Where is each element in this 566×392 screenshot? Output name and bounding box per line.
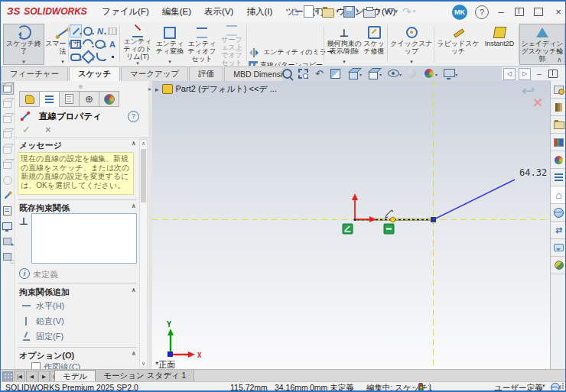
- tab-markup[interactable]: マークアップ: [121, 66, 188, 81]
- display-style-icon[interactable]: [365, 67, 382, 79]
- scroll-thumb[interactable]: [141, 149, 146, 202]
- circle-tool[interactable]: [82, 24, 94, 37]
- mirror-entities-button[interactable]: エンティティのミラー: [249, 46, 322, 59]
- pm-ok-button[interactable]: ✓: [22, 124, 31, 135]
- rubber-band-line[interactable]: [434, 180, 516, 220]
- trim-entities-button[interactable]: エンティティのトリム(T) ▾: [121, 24, 155, 65]
- panel-handle[interactable]: [79, 85, 83, 89]
- new-document-icon[interactable]: [304, 5, 318, 18]
- polygon-tool[interactable]: [82, 50, 94, 63]
- doc-minimize-icon[interactable]: –: [534, 69, 545, 79]
- print-icon[interactable]: [363, 5, 380, 18]
- origin-point[interactable]: [353, 219, 356, 221]
- pm-tab-appearances[interactable]: [99, 91, 119, 107]
- body-icon[interactable]: [2, 114, 13, 125]
- fillet-tool[interactable]: [94, 50, 106, 63]
- add-horizontal-relation[interactable]: 水平(H): [21, 301, 64, 310]
- appearances-icon[interactable]: [551, 151, 566, 169]
- help-button[interactable]: ?: [475, 5, 489, 19]
- hide-show-items-icon[interactable]: [385, 67, 402, 79]
- zoom-area-icon[interactable]: [297, 67, 310, 79]
- spline-tool[interactable]: N: [94, 24, 106, 37]
- menu-item[interactable]: 挿入(I): [246, 6, 272, 18]
- collapse-existing-icon[interactable]: ∧: [132, 202, 137, 209]
- view-palette-icon[interactable]: [551, 134, 566, 151]
- collapse-message-icon[interactable]: ∧: [132, 140, 137, 147]
- sketch-icon[interactable]: [2, 190, 13, 201]
- offset-entities-button[interactable]: エンティティオフセット: [185, 24, 219, 65]
- resize-grip[interactable]: [558, 383, 564, 389]
- add-body-icon[interactable]: [2, 236, 13, 247]
- maximize-button[interactable]: [532, 6, 545, 18]
- pm-tab-propertymanager[interactable]: [39, 91, 60, 107]
- apply-scene-icon[interactable]: [421, 67, 438, 79]
- solidworks-resources-icon[interactable]: [551, 81, 566, 99]
- tab-motion-study[interactable]: モーション スタディ 1: [96, 370, 194, 382]
- pm-tab-configurations[interactable]: [59, 91, 80, 107]
- add-fix-relation[interactable]: 固定(F): [21, 332, 64, 341]
- file-explorer-icon[interactable]: [551, 116, 566, 134]
- text-tool[interactable]: A: [106, 37, 119, 50]
- body-icon[interactable]: [2, 129, 13, 140]
- units-dropdown-icon[interactable]: ▾: [542, 383, 545, 389]
- window-layout-button[interactable]: [513, 6, 525, 18]
- fix-relation-badge[interactable]: [343, 224, 353, 234]
- tab-sketch[interactable]: スケッチ: [69, 66, 120, 81]
- annotation-icon[interactable]: [2, 206, 13, 216]
- convert-entities-button[interactable]: エンティティ変換 ▾: [153, 24, 187, 65]
- arc-tool[interactable]: [82, 37, 94, 50]
- zoom-fit-icon[interactable]: [281, 67, 294, 79]
- previous-view-icon[interactable]: ↶: [313, 67, 326, 79]
- instant2d-button[interactable]: Instant2D: [481, 24, 518, 65]
- sustainability-icon[interactable]: [551, 257, 566, 274]
- doc-restore-icon[interactable]: [548, 69, 558, 79]
- doc-prev-icon[interactable]: ◁: [503, 68, 516, 80]
- tab-model[interactable]: モデル: [54, 370, 96, 382]
- section-view-icon[interactable]: [329, 67, 342, 79]
- display-delete-relations-button[interactable]: ⊥ 幾何拘束の表示/削除 ▾: [326, 24, 363, 65]
- panel-expand-icon[interactable]: ▸: [148, 86, 151, 92]
- design-library-icon[interactable]: [551, 99, 566, 116]
- custom-properties-icon[interactable]: [551, 169, 566, 186]
- pm-scrollbar[interactable]: ∧ ∨: [139, 139, 148, 368]
- remove-body-icon[interactable]: [2, 251, 13, 262]
- collapse-add-icon[interactable]: ∧: [132, 287, 137, 293]
- sketch-canvas[interactable]: 64.32 Y X: [152, 81, 550, 369]
- display-icon[interactable]: [2, 221, 13, 232]
- body-icon[interactable]: [2, 160, 13, 170]
- doc-next-icon[interactable]: ▷: [519, 68, 531, 80]
- view-settings-icon[interactable]: [441, 67, 457, 79]
- body-icon[interactable]: [2, 99, 13, 109]
- pm-help-icon[interactable]: ?: [128, 111, 139, 122]
- minimize-button[interactable]: –: [495, 6, 507, 18]
- home-icon[interactable]: ⌂: [291, 5, 299, 18]
- quick-snaps-button[interactable]: クイックスナップ ▾: [389, 24, 434, 65]
- pane-split-icon[interactable]: [2, 371, 13, 381]
- scroll-down-icon[interactable]: ∨: [140, 361, 147, 367]
- collapse-options-icon[interactable]: ∧: [132, 350, 137, 357]
- save-icon[interactable]: [343, 5, 359, 18]
- construction-checkbox[interactable]: [31, 362, 41, 369]
- scroll-up-icon[interactable]: ∧: [140, 141, 147, 147]
- units-setting[interactable]: ユーザー定義: [494, 383, 543, 392]
- menu-item[interactable]: 表示(V): [204, 6, 233, 18]
- edit-appearance-icon[interactable]: [405, 67, 418, 79]
- tab-nav-button[interactable]: ◀: [26, 371, 37, 382]
- exit-sketch-button[interactable]: スケッチ終了 ▾: [3, 24, 44, 65]
- open-icon[interactable]: [322, 5, 339, 18]
- repair-sketch-button[interactable]: スケッチ修復: [361, 24, 387, 65]
- tab-evaluate[interactable]: 評価: [189, 66, 223, 81]
- undo-icon[interactable]: ↶: [385, 5, 398, 18]
- horizontal-relation-badge[interactable]: [384, 224, 394, 234]
- graphics-area[interactable]: ▸ Part2 (デフォルト) <<デ ... ↩ ×: [152, 81, 550, 369]
- tab-nav-button[interactable]: |◀: [14, 371, 25, 382]
- view-orientation-icon[interactable]: [345, 67, 362, 79]
- tab-nav-button[interactable]: ▶: [38, 371, 50, 382]
- tab-features[interactable]: フィーチャー: [1, 66, 68, 81]
- sphere-icon[interactable]: [2, 175, 13, 186]
- body-icon[interactable]: [2, 144, 13, 155]
- close-button[interactable]: ×: [552, 6, 564, 18]
- slot-tool[interactable]: [70, 50, 82, 63]
- doc-close-icon[interactable]: ×: [561, 69, 566, 79]
- ellipse-tool[interactable]: [94, 37, 106, 50]
